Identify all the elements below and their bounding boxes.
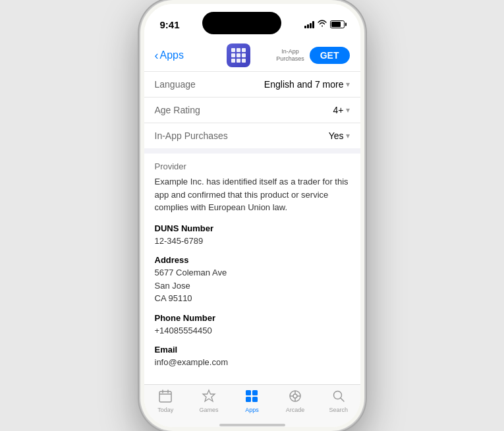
in-app-purchases-label: In-App Purchases [155, 130, 228, 141]
language-value: English and 7 more ▾ [264, 79, 350, 90]
svg-rect-6 [252, 390, 258, 395]
provider-section: Provider Example Inc. has identified its… [144, 154, 360, 384]
tab-games[interactable]: Games [187, 389, 231, 413]
search-icon [331, 389, 346, 405]
nav-center [201, 43, 277, 67]
language-row[interactable]: Language English and 7 more ▾ [144, 72, 360, 98]
apps-icon [244, 389, 259, 405]
age-rating-value: 4+ ▾ [333, 105, 350, 115]
tab-arcade-label: Arcade [286, 407, 305, 413]
provider-title: Provider [155, 161, 350, 171]
phone-value: +14085554450 [155, 324, 350, 337]
in-app-purchases-value: Yes ▾ [329, 130, 350, 141]
nav-bar: ‹ Apps [144, 40, 360, 72]
dynamic-island [202, 12, 281, 34]
signal-icon [304, 20, 314, 28]
divider-1 [144, 148, 360, 154]
tab-apps-label: Apps [245, 407, 259, 413]
battery-icon [330, 20, 345, 28]
tab-search[interactable]: Search [317, 389, 360, 413]
email-label: Email [155, 345, 350, 355]
duns-value: 12-345-6789 [155, 235, 350, 248]
svg-rect-5 [246, 390, 251, 395]
duns-label: DUNS Number [155, 223, 350, 233]
nav-right: In-AppPurchases GET [276, 47, 349, 64]
games-icon [202, 389, 216, 405]
status-icons [304, 20, 345, 29]
svg-point-10 [293, 394, 297, 398]
arcade-icon [288, 389, 302, 405]
email-field: Email info@example.com [155, 345, 350, 369]
age-rating-chevron-icon: ▾ [346, 105, 350, 115]
phone-field: Phone Number +14085554450 [155, 313, 350, 337]
back-chevron-icon: ‹ [155, 49, 159, 63]
duns-field: DUNS Number 12-345-6789 [155, 223, 350, 248]
get-button[interactable]: GET [310, 47, 350, 64]
tab-apps[interactable]: Apps [231, 389, 274, 413]
tab-search-label: Search [329, 407, 348, 413]
info-section: Language English and 7 more ▾ Age Rating… [144, 72, 360, 148]
in-app-purchases-row[interactable]: In-App Purchases Yes ▾ [144, 123, 360, 148]
phone-label: Phone Number [155, 313, 350, 323]
home-indicator [144, 424, 360, 427]
age-rating-row[interactable]: Age Rating 4+ ▾ [144, 98, 360, 123]
tab-arcade[interactable]: Arcade [273, 389, 317, 413]
app-icon-grid [231, 48, 246, 63]
svg-rect-8 [252, 397, 258, 402]
provider-description: Example Inc. has identified itself as a … [155, 175, 350, 214]
in-app-purchases-chevron-icon: ▾ [346, 131, 350, 140]
email-value: info@example.com [155, 356, 350, 369]
in-app-label: In-AppPurchases [276, 48, 304, 63]
tab-bar: Today Games [144, 384, 360, 424]
address-label: Address [155, 255, 350, 265]
address-value: 5677 Coleman AveSan JoseCA 95110 [155, 266, 350, 305]
address-field: Address 5677 Coleman AveSan JoseCA 95110 [155, 255, 350, 305]
tab-today[interactable]: Today [144, 389, 188, 413]
svg-rect-1 [159, 391, 171, 402]
back-label: Apps [160, 49, 184, 61]
tab-today-label: Today [157, 407, 173, 413]
tab-games-label: Games [199, 407, 218, 413]
phone-screen: 9:41 [144, 4, 360, 427]
home-bar [219, 424, 285, 426]
app-icon [227, 43, 250, 67]
svg-rect-7 [246, 397, 251, 402]
status-time: 9:41 [160, 19, 180, 30]
language-chevron-icon: ▾ [346, 80, 350, 89]
today-icon [158, 389, 173, 405]
status-bar: 9:41 [144, 4, 360, 40]
svg-line-16 [341, 398, 344, 401]
wifi-icon [318, 20, 327, 29]
phone-frame: 9:41 [140, 0, 364, 431]
back-button[interactable]: ‹ Apps [155, 49, 201, 63]
language-label: Language [155, 79, 196, 90]
age-rating-label: Age Rating [155, 105, 200, 115]
content-area[interactable]: Language English and 7 more ▾ Age Rating… [144, 72, 360, 384]
